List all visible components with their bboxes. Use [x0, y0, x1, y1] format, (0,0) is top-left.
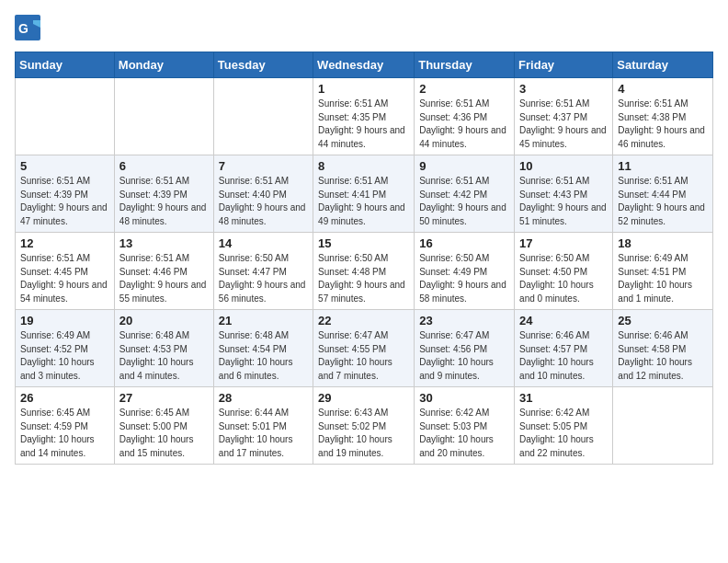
day-detail: Sunrise: 6:48 AM Sunset: 4:54 PM Dayligh…	[219, 329, 308, 383]
day-detail: Sunrise: 6:50 AM Sunset: 4:49 PM Dayligh…	[419, 252, 509, 305]
day-detail: Sunrise: 6:51 AM Sunset: 4:40 PM Dayligh…	[219, 175, 308, 228]
calendar-cell: 16Sunrise: 6:50 AM Sunset: 4:49 PM Dayli…	[415, 233, 515, 310]
day-detail: Sunrise: 6:50 AM Sunset: 4:50 PM Dayligh…	[519, 252, 608, 305]
calendar-cell: 22Sunrise: 6:47 AM Sunset: 4:55 PM Dayli…	[313, 310, 415, 387]
calendar-cell: 5Sunrise: 6:51 AM Sunset: 4:39 PM Daylig…	[16, 155, 115, 233]
day-number: 15	[318, 236, 409, 250]
calendar-cell: 29Sunrise: 6:43 AM Sunset: 5:02 PM Dayli…	[313, 387, 415, 465]
day-detail: Sunrise: 6:42 AM Sunset: 5:05 PM Dayligh…	[519, 407, 608, 460]
day-number: 7	[219, 159, 308, 173]
calendar-cell	[613, 387, 713, 465]
day-detail: Sunrise: 6:51 AM Sunset: 4:39 PM Dayligh…	[119, 175, 209, 228]
week-row-1: 1Sunrise: 6:51 AM Sunset: 4:35 PM Daylig…	[16, 78, 713, 155]
day-number: 27	[119, 391, 209, 405]
day-detail: Sunrise: 6:51 AM Sunset: 4:46 PM Dayligh…	[119, 252, 209, 305]
day-detail: Sunrise: 6:46 AM Sunset: 4:57 PM Dayligh…	[519, 329, 608, 383]
page-header: G	[15, 15, 713, 40]
calendar-cell: 18Sunrise: 6:49 AM Sunset: 4:51 PM Dayli…	[613, 233, 713, 310]
day-detail: Sunrise: 6:51 AM Sunset: 4:39 PM Dayligh…	[20, 175, 109, 228]
day-detail: Sunrise: 6:51 AM Sunset: 4:45 PM Dayligh…	[20, 252, 109, 305]
day-number: 16	[419, 236, 509, 250]
week-row-5: 26Sunrise: 6:45 AM Sunset: 4:59 PM Dayli…	[16, 387, 713, 465]
calendar-cell: 23Sunrise: 6:47 AM Sunset: 4:56 PM Dayli…	[415, 310, 515, 387]
week-row-2: 5Sunrise: 6:51 AM Sunset: 4:39 PM Daylig…	[16, 155, 713, 233]
day-number: 31	[519, 391, 608, 405]
day-detail: Sunrise: 6:47 AM Sunset: 4:56 PM Dayligh…	[419, 329, 509, 383]
calendar-cell	[16, 78, 115, 155]
calendar-cell: 30Sunrise: 6:42 AM Sunset: 5:03 PM Dayli…	[415, 387, 515, 465]
calendar-cell: 17Sunrise: 6:50 AM Sunset: 4:50 PM Dayli…	[515, 233, 613, 310]
header-thursday: Thursday	[415, 52, 515, 78]
day-detail: Sunrise: 6:48 AM Sunset: 4:53 PM Dayligh…	[119, 329, 209, 383]
calendar-cell: 6Sunrise: 6:51 AM Sunset: 4:39 PM Daylig…	[114, 155, 213, 233]
day-detail: Sunrise: 6:51 AM Sunset: 4:44 PM Dayligh…	[618, 175, 708, 228]
calendar-cell: 11Sunrise: 6:51 AM Sunset: 4:44 PM Dayli…	[613, 155, 713, 233]
calendar-cell: 28Sunrise: 6:44 AM Sunset: 5:01 PM Dayli…	[213, 387, 313, 465]
day-detail: Sunrise: 6:45 AM Sunset: 4:59 PM Dayligh…	[20, 407, 109, 460]
day-number: 14	[219, 236, 308, 250]
day-detail: Sunrise: 6:51 AM Sunset: 4:36 PM Dayligh…	[419, 98, 509, 151]
svg-text:G: G	[18, 21, 28, 36]
day-detail: Sunrise: 6:42 AM Sunset: 5:03 PM Dayligh…	[419, 407, 509, 460]
day-detail: Sunrise: 6:45 AM Sunset: 5:00 PM Dayligh…	[119, 407, 209, 460]
week-row-4: 19Sunrise: 6:49 AM Sunset: 4:52 PM Dayli…	[16, 310, 713, 387]
day-number: 12	[20, 236, 109, 250]
calendar-header-row: SundayMondayTuesdayWednesdayThursdayFrid…	[16, 52, 713, 78]
day-number: 3	[519, 82, 608, 96]
day-detail: Sunrise: 6:51 AM Sunset: 4:41 PM Dayligh…	[318, 175, 409, 228]
day-number: 19	[20, 314, 109, 327]
header-friday: Friday	[515, 52, 613, 78]
calendar-cell: 21Sunrise: 6:48 AM Sunset: 4:54 PM Dayli…	[213, 310, 313, 387]
day-number: 11	[618, 159, 708, 173]
calendar-cell: 27Sunrise: 6:45 AM Sunset: 5:00 PM Dayli…	[114, 387, 213, 465]
day-number: 20	[119, 314, 209, 327]
calendar-cell: 25Sunrise: 6:46 AM Sunset: 4:58 PM Dayli…	[613, 310, 713, 387]
day-detail: Sunrise: 6:43 AM Sunset: 5:02 PM Dayligh…	[318, 407, 409, 460]
day-number: 8	[318, 159, 409, 173]
header-tuesday: Tuesday	[213, 52, 313, 78]
day-detail: Sunrise: 6:49 AM Sunset: 4:51 PM Dayligh…	[618, 252, 708, 305]
day-detail: Sunrise: 6:51 AM Sunset: 4:38 PM Dayligh…	[618, 98, 708, 151]
day-detail: Sunrise: 6:51 AM Sunset: 4:42 PM Dayligh…	[419, 175, 509, 228]
day-detail: Sunrise: 6:51 AM Sunset: 4:35 PM Dayligh…	[318, 98, 409, 151]
day-number: 29	[318, 391, 409, 405]
day-number: 28	[219, 391, 308, 405]
calendar-cell: 26Sunrise: 6:45 AM Sunset: 4:59 PM Dayli…	[16, 387, 115, 465]
day-detail: Sunrise: 6:50 AM Sunset: 4:48 PM Dayligh…	[318, 252, 409, 305]
day-number: 21	[219, 314, 308, 327]
day-detail: Sunrise: 6:46 AM Sunset: 4:58 PM Dayligh…	[618, 329, 708, 383]
calendar-cell: 10Sunrise: 6:51 AM Sunset: 4:43 PM Dayli…	[515, 155, 613, 233]
day-number: 18	[618, 236, 708, 250]
calendar-cell: 2Sunrise: 6:51 AM Sunset: 4:36 PM Daylig…	[415, 78, 515, 155]
calendar-cell: 14Sunrise: 6:50 AM Sunset: 4:47 PM Dayli…	[213, 233, 313, 310]
day-number: 6	[119, 159, 209, 173]
day-number: 13	[119, 236, 209, 250]
day-detail: Sunrise: 6:51 AM Sunset: 4:43 PM Dayligh…	[519, 175, 608, 228]
header-wednesday: Wednesday	[313, 52, 415, 78]
day-detail: Sunrise: 6:47 AM Sunset: 4:55 PM Dayligh…	[318, 329, 409, 383]
calendar-cell: 15Sunrise: 6:50 AM Sunset: 4:48 PM Dayli…	[313, 233, 415, 310]
header-sunday: Sunday	[16, 52, 115, 78]
calendar-cell: 13Sunrise: 6:51 AM Sunset: 4:46 PM Dayli…	[114, 233, 213, 310]
calendar-cell: 12Sunrise: 6:51 AM Sunset: 4:45 PM Dayli…	[16, 233, 115, 310]
calendar-cell: 7Sunrise: 6:51 AM Sunset: 4:40 PM Daylig…	[213, 155, 313, 233]
calendar-cell: 8Sunrise: 6:51 AM Sunset: 4:41 PM Daylig…	[313, 155, 415, 233]
calendar-cell: 19Sunrise: 6:49 AM Sunset: 4:52 PM Dayli…	[16, 310, 115, 387]
calendar-cell: 31Sunrise: 6:42 AM Sunset: 5:05 PM Dayli…	[515, 387, 613, 465]
day-number: 17	[519, 236, 608, 250]
calendar-table: SundayMondayTuesdayWednesdayThursdayFrid…	[15, 52, 713, 465]
day-number: 5	[20, 159, 109, 173]
logo-icon: G	[15, 15, 40, 40]
day-number: 4	[618, 82, 708, 96]
calendar-cell: 9Sunrise: 6:51 AM Sunset: 4:42 PM Daylig…	[415, 155, 515, 233]
header-monday: Monday	[114, 52, 213, 78]
calendar-cell: 24Sunrise: 6:46 AM Sunset: 4:57 PM Dayli…	[515, 310, 613, 387]
week-row-3: 12Sunrise: 6:51 AM Sunset: 4:45 PM Dayli…	[16, 233, 713, 310]
day-number: 23	[419, 314, 509, 327]
day-number: 24	[519, 314, 608, 327]
header-saturday: Saturday	[613, 52, 713, 78]
day-number: 26	[20, 391, 109, 405]
calendar-cell	[213, 78, 313, 155]
day-number: 25	[618, 314, 708, 327]
day-number: 22	[318, 314, 409, 327]
